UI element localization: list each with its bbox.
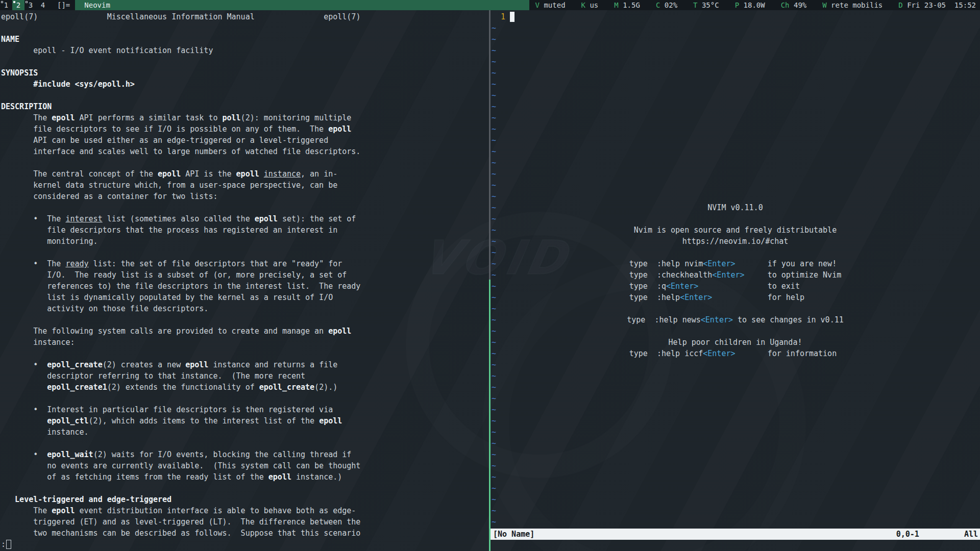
- tag-3[interactable]: 3: [24, 0, 37, 10]
- tilde: ~: [492, 359, 496, 370]
- status-value: muted: [540, 1, 566, 9]
- man-line: [1, 314, 489, 325]
- nvim-intro-line: Nvim is open source and freely distribut…: [491, 224, 980, 236]
- man-line: instance.: [1, 427, 489, 438]
- empty-square-icon: [26, 1, 28, 3]
- separator-green-segment: [489, 280, 491, 551]
- man-line: descriptor referring to that instance. (…: [1, 370, 489, 382]
- man-line: DESCRIPTION: [1, 101, 489, 112]
- tag-label: 1: [4, 1, 8, 9]
- nvim-intro-line: type :help iccf<Enter> for information: [491, 348, 980, 359]
- man-page-content: epoll(7) Miscellaneous Information Manua…: [1, 11, 489, 539]
- man-line: • epoll_wait(2) waits for I/O events, bl…: [1, 449, 489, 460]
- tilde: ~: [492, 471, 496, 483]
- man-line: file descriptors to see if I/O is possib…: [1, 123, 489, 135]
- man-line: • The ready list: the set of file descri…: [1, 258, 489, 269]
- tag-4[interactable]: 4: [37, 0, 49, 10]
- tilde: ~: [492, 382, 496, 393]
- statusline-filename: [No Name]: [493, 529, 534, 540]
- tilde: ~: [492, 393, 496, 404]
- man-line: [1, 393, 489, 404]
- nvim-statusline: [No Name] 0,0-1 All: [491, 529, 980, 540]
- tilde: ~: [492, 404, 496, 415]
- tilde: ~: [492, 112, 496, 123]
- tilde: ~: [492, 67, 496, 79]
- tag-1[interactable]: 1: [0, 0, 12, 10]
- status-item-p: P 18.0W: [735, 1, 765, 9]
- nvim-first-line: 1: [492, 11, 514, 22]
- statusline-ruler: 0,0-1 All: [896, 529, 978, 540]
- man-line: • The interest list (sometimes also call…: [1, 213, 489, 224]
- neovim-window[interactable]: 1 ~~~~~~~~~~~~~~~~~~~~~~~~~~~~~~~~~~~~~~…: [491, 10, 980, 551]
- man-line: [1, 56, 489, 67]
- man-line: NAME: [1, 34, 489, 45]
- window-title-text: Neovim: [84, 1, 110, 9]
- tag-label: 2: [16, 1, 20, 9]
- focused-window-title: Neovim: [75, 0, 529, 10]
- nvim-cmdline[interactable]: [491, 540, 980, 551]
- window-separator[interactable]: [489, 10, 491, 551]
- pager-prompt-line[interactable]: :: [1, 539, 489, 550]
- tilde: ~: [492, 101, 496, 112]
- nvim-intro-line: https://neovim.io/#chat: [491, 236, 980, 247]
- status-item-c: C 02%: [656, 1, 677, 9]
- man-line: • Interest in particular file descriptor…: [1, 404, 489, 415]
- tilde: ~: [492, 415, 496, 427]
- tilde: ~: [492, 427, 496, 438]
- man-line: [1, 202, 489, 213]
- man-line: I/O. The ready list is a subset of (or, …: [1, 269, 489, 281]
- man-page-terminal[interactable]: epoll(7) Miscellaneous Information Manua…: [0, 10, 489, 551]
- tilde: ~: [492, 34, 496, 45]
- nvim-intro-line: type :help<Enter> for help: [491, 292, 980, 303]
- status-value: us: [585, 1, 598, 9]
- tilde: ~: [492, 22, 496, 34]
- nvim-intro-line: type :help news<Enter> to see changes in…: [491, 314, 980, 325]
- pager-cursor: [6, 540, 11, 549]
- tilde: ~: [492, 90, 496, 101]
- status-value: rete mobilis: [827, 1, 883, 9]
- tilde: ~: [492, 79, 496, 90]
- man-line: [1, 90, 489, 101]
- man-line: two mechanisms can be described as follo…: [1, 528, 489, 539]
- tag-label: 4: [41, 1, 45, 9]
- tilde: ~: [492, 483, 496, 494]
- status-value: Fri 23-05 15:52: [903, 1, 976, 9]
- man-line: monitoring.: [1, 236, 489, 247]
- man-line: The epoll API performs a similar task to…: [1, 112, 489, 123]
- layout-symbol[interactable]: []=: [49, 1, 75, 9]
- man-line: [1, 483, 489, 494]
- status-item-d: D Fri 23-05 15:52: [898, 1, 976, 9]
- man-line: • epoll_create(2) creates a new epoll in…: [1, 359, 489, 370]
- nvim-intro-line: type :q<Enter> to exit: [491, 281, 980, 292]
- man-line: activity on those file descriptors.: [1, 303, 489, 314]
- tilde: ~: [492, 146, 496, 157]
- status-key: D: [898, 1, 902, 9]
- man-line: API can be used either as an edge-trigge…: [1, 135, 489, 146]
- line-number: 1: [492, 12, 505, 21]
- status-key: V: [535, 1, 540, 9]
- man-line: epoll_ctl(2), which adds items to the in…: [1, 415, 489, 427]
- man-line: no events are currently available. (This…: [1, 460, 489, 471]
- empty-square-icon: [1, 1, 3, 3]
- status-item-ch: Ch 49%: [781, 1, 807, 9]
- dwm-bar: 1234 []= Neovim V mutedK usM 1.5GC 02%T …: [0, 0, 980, 10]
- tilde: ~: [492, 56, 496, 67]
- man-line: list is dynamically populated by the ker…: [1, 292, 489, 303]
- man-line: epoll_create1(2) extends the functionali…: [1, 382, 489, 393]
- tilde: ~: [492, 157, 496, 168]
- status-key: P: [735, 1, 739, 9]
- tag-2[interactable]: 2: [12, 0, 24, 10]
- nvim-intro-line: NVIM v0.11.0: [491, 202, 980, 213]
- pager-prompt: :: [1, 540, 6, 549]
- man-line: [1, 348, 489, 359]
- tilde: ~: [492, 247, 496, 258]
- man-line: kernel data structure which, from a user…: [1, 180, 489, 191]
- status-value: 35°C: [698, 1, 719, 9]
- tilde: ~: [492, 213, 496, 224]
- tilde: ~: [492, 449, 496, 460]
- ruler-position: 0,0-1: [896, 529, 919, 540]
- man-line: interface and scales well to large numbe…: [1, 146, 489, 157]
- tilde: ~: [492, 180, 496, 191]
- nvim-cursor: [510, 12, 514, 22]
- man-line: epoll(7) Miscellaneous Information Manua…: [1, 11, 489, 22]
